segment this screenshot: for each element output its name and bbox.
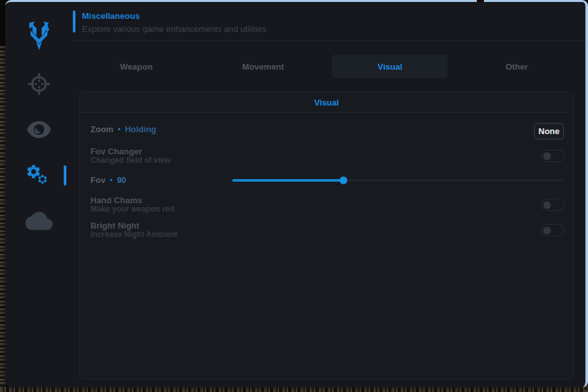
sidebar-logo: [5, 20, 73, 51]
tab-other[interactable]: Other: [459, 55, 574, 78]
cheat-menu-window: Miscellaneous Explore various game enhan…: [5, 0, 588, 387]
sidebar-item-configs[interactable]: [5, 210, 73, 232]
toggle-knob: [543, 152, 551, 160]
cursor-artifact: [477, 0, 484, 2]
fov-label-text: Fov: [90, 175, 105, 185]
toggle-knob: [543, 201, 551, 209]
bright-night-description: Increase Night Ambient: [90, 231, 178, 238]
sidebar-item-aim[interactable]: [5, 72, 73, 96]
hand-chams-label: Hand Chams: [90, 196, 142, 204]
bullet-separator: •: [118, 126, 120, 133]
zoom-label-text: Zoom: [90, 124, 113, 134]
fov-changer-description: Changed field of view: [90, 156, 170, 164]
zoom-mode-value: Holding: [125, 124, 156, 134]
fov-slider-fill: [232, 179, 343, 182]
hand-chams-description: Make your weapon red: [90, 205, 174, 213]
visual-panel: Visual Zoom•Holding None Fov Changer Cha…: [79, 92, 574, 380]
hand-chams-toggle[interactable]: [541, 199, 565, 211]
tab-bar: Weapon Movement Visual Other: [73, 55, 580, 78]
game-background-bottom: [0, 387, 588, 392]
eye-icon: [27, 121, 51, 138]
header-divider: [73, 40, 585, 41]
bright-night-toggle[interactable]: [541, 224, 565, 236]
sidebar: [5, 2, 73, 387]
logo-icon: [26, 21, 52, 51]
crosshair-icon: [27, 72, 51, 96]
tab-movement[interactable]: Movement: [206, 55, 321, 78]
tab-weapon[interactable]: Weapon: [79, 55, 194, 78]
sidebar-item-misc[interactable]: [5, 163, 73, 189]
fov-label: Fov•90: [90, 176, 126, 184]
cloud-icon: [25, 212, 53, 231]
tab-visual[interactable]: Visual: [332, 55, 448, 78]
header-accent-bar: [73, 10, 75, 33]
sidebar-active-indicator: [64, 165, 66, 186]
fov-changer-label: Fov Changer: [90, 147, 142, 156]
zoom-label: Zoom•Holding: [90, 125, 156, 133]
bright-night-label: Bright Night: [90, 221, 139, 230]
zoom-keybind-button[interactable]: None: [534, 123, 564, 139]
toggle-knob: [543, 227, 551, 234]
fov-value: 90: [117, 175, 126, 185]
page-subtitle: Explore various game enhancements and ut…: [82, 24, 266, 34]
gears-icon: [25, 163, 53, 189]
fov-changer-toggle[interactable]: [541, 150, 565, 162]
fov-slider-thumb[interactable]: [340, 176, 347, 184]
fov-slider[interactable]: [232, 178, 564, 183]
page-title: Miscellaneous: [82, 11, 140, 21]
bullet-separator: •: [110, 176, 113, 184]
panel-title: Visual: [80, 92, 573, 113]
sidebar-item-visuals[interactable]: [5, 119, 73, 140]
